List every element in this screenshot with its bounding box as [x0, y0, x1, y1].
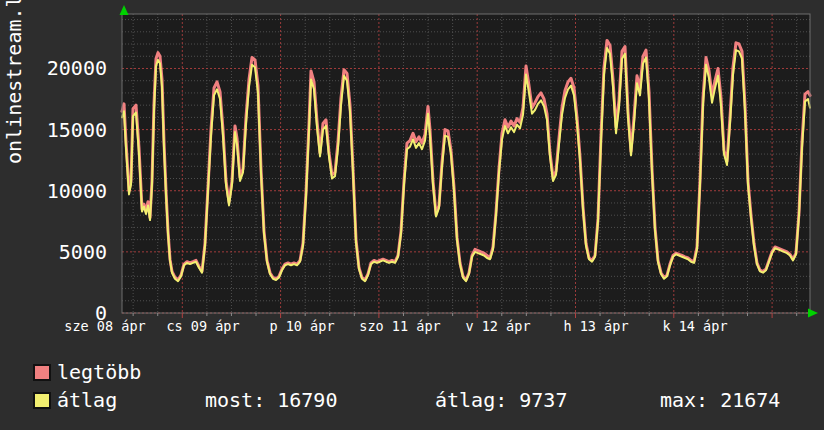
stat-max: max: 21674	[660, 390, 780, 410]
legend-swatch-atlag	[33, 392, 51, 409]
legend-label-legtobb: legtöbb	[57, 362, 141, 382]
y-tick-label-10000: 10000	[30, 181, 107, 201]
y-axis-arrow-icon	[120, 5, 129, 15]
x-axis-arrow-icon	[808, 309, 818, 318]
legend-label-atlag: átlag	[57, 390, 117, 410]
graph-canvas: onlinestream.live 05000100001500020000 s…	[0, 0, 824, 430]
x-day-label: k 14 ápr	[595, 319, 795, 333]
stat-atlag: átlag: 9737	[435, 390, 567, 410]
y-tick-label-5000: 5000	[30, 242, 107, 262]
y-tick-label-20000: 20000	[30, 58, 107, 78]
y-tick-label-15000: 15000	[30, 120, 107, 140]
stat-most: most: 16790	[205, 390, 337, 410]
legend-swatch-legtobb	[33, 364, 51, 381]
